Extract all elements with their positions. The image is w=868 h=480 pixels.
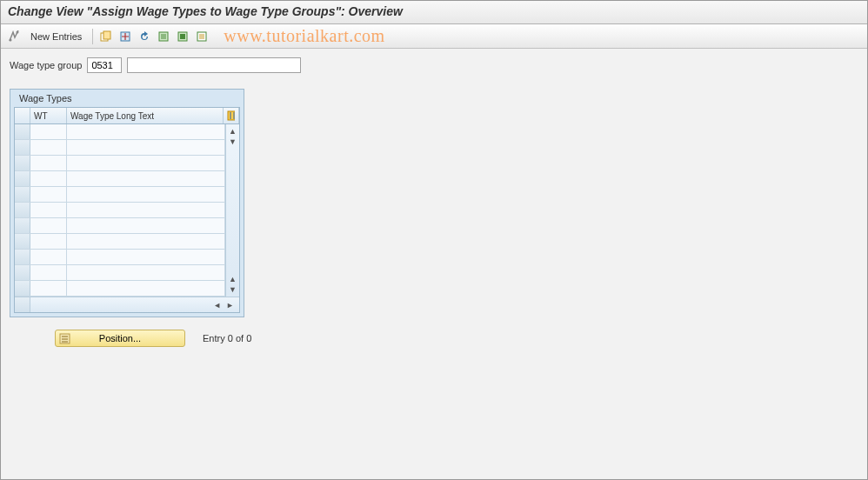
table-row[interactable] (15, 156, 225, 171)
wage-type-group-code-input[interactable] (87, 57, 122, 73)
cell-longtext[interactable] (67, 203, 225, 217)
table-row[interactable] (15, 218, 225, 234)
content-area: Wage type group Wage Types WT Wage Type … (1, 49, 867, 480)
wage-type-group-row: Wage type group (10, 57, 858, 73)
table-row[interactable] (15, 281, 225, 297)
row-selector[interactable] (15, 203, 30, 217)
horizontal-scrollbar[interactable]: ◄ ► (30, 301, 239, 310)
row-selector[interactable] (15, 281, 30, 296)
grid-col-wt[interactable]: WT (30, 108, 67, 123)
row-selector[interactable] (15, 156, 30, 170)
grid-select-all-header[interactable] (15, 108, 30, 123)
select-all-icon[interactable] (156, 29, 171, 44)
grid-body: ▲ ▼ ▲ ▼ (15, 124, 239, 297)
cell-wt[interactable] (30, 281, 67, 296)
scroll-down-small-icon[interactable]: ▼ (228, 137, 237, 147)
table-row[interactable] (15, 171, 225, 187)
cell-wt[interactable] (30, 218, 67, 233)
cell-longtext[interactable] (67, 265, 225, 280)
scroll-left-icon[interactable]: ◄ (211, 301, 223, 310)
cell-wt[interactable] (30, 250, 67, 264)
cell-wt[interactable] (30, 203, 67, 217)
separator (92, 29, 93, 44)
delete-icon[interactable] (117, 29, 133, 44)
scroll-up-icon[interactable]: ▲ (228, 126, 237, 137)
grid-configure-icon[interactable] (224, 108, 239, 123)
wage-type-group-desc-input[interactable] (127, 57, 301, 73)
cell-wt[interactable] (30, 156, 67, 170)
table-row[interactable] (15, 124, 225, 140)
undo-change-icon[interactable] (137, 29, 152, 44)
cell-longtext[interactable] (67, 171, 225, 186)
svg-point-1 (17, 30, 19, 33)
scroll-up-small-icon[interactable]: ▲ (228, 274, 237, 284)
table-row[interactable] (15, 187, 225, 203)
cell-wt[interactable] (30, 234, 67, 249)
watermark-text: www.tutorialkart.com (224, 26, 384, 46)
cell-longtext[interactable] (67, 187, 225, 202)
page-title: Change View "Assign Wage Types to Wage T… (1, 1, 867, 24)
cell-longtext[interactable] (67, 234, 225, 249)
row-selector[interactable] (15, 171, 30, 186)
cell-wt[interactable] (30, 124, 67, 139)
row-selector[interactable] (15, 140, 30, 155)
cell-longtext[interactable] (67, 218, 225, 233)
wage-type-group-label: Wage type group (10, 60, 82, 70)
position-button[interactable]: Position... (55, 330, 185, 347)
grid-footer: ◄ ► (15, 297, 239, 312)
scroll-right-icon[interactable]: ► (224, 301, 236, 310)
table-row[interactable] (15, 140, 225, 156)
cell-wt[interactable] (30, 140, 67, 155)
select-block-icon[interactable] (175, 29, 190, 44)
cell-longtext[interactable] (67, 124, 225, 139)
deselect-all-icon[interactable] (194, 29, 210, 44)
new-entries-button[interactable]: New Entries (25, 30, 87, 43)
wage-types-grid: WT Wage Type Long Text ▲ ▼ ▲ ▼ (14, 107, 240, 313)
grid-header: WT Wage Type Long Text (15, 108, 239, 124)
toolbar: New Entries www.tutorialkart.com (1, 24, 867, 49)
cell-longtext[interactable] (67, 156, 225, 170)
cell-wt[interactable] (30, 187, 67, 202)
cell-wt[interactable] (30, 171, 67, 186)
panel-title: Wage Types (14, 90, 240, 107)
position-button-label: Position... (99, 333, 141, 343)
row-selector[interactable] (15, 265, 30, 280)
scroll-down-icon[interactable]: ▼ (228, 284, 237, 295)
table-row[interactable] (15, 265, 225, 281)
table-row[interactable] (15, 234, 225, 250)
table-row[interactable] (15, 203, 225, 218)
row-selector[interactable] (15, 250, 30, 264)
entry-count-text: Entry 0 of 0 (203, 333, 251, 343)
row-selector[interactable] (15, 218, 30, 233)
svg-point-0 (10, 38, 12, 41)
cell-longtext[interactable] (67, 281, 225, 296)
row-selector[interactable] (15, 234, 30, 249)
row-selector[interactable] (15, 187, 30, 202)
wage-types-panel: Wage Types WT Wage Type Long Text ▲ ▼ ▲ … (10, 89, 244, 317)
cell-longtext[interactable] (67, 250, 225, 264)
position-icon (59, 333, 70, 344)
copy-as-icon[interactable] (98, 29, 114, 44)
vertical-scrollbar[interactable]: ▲ ▼ ▲ ▼ (225, 124, 239, 297)
cell-longtext[interactable] (67, 140, 225, 155)
footer-row: Position... Entry 0 of 0 (55, 330, 858, 347)
row-selector[interactable] (15, 124, 30, 139)
grid-col-longtext[interactable]: Wage Type Long Text (67, 108, 224, 123)
cell-wt[interactable] (30, 265, 67, 280)
grid-footer-selector (15, 297, 30, 312)
svg-rect-3 (103, 31, 110, 39)
table-row[interactable] (15, 250, 225, 265)
toggle-view-icon[interactable] (6, 29, 22, 44)
svg-rect-7 (180, 34, 185, 39)
